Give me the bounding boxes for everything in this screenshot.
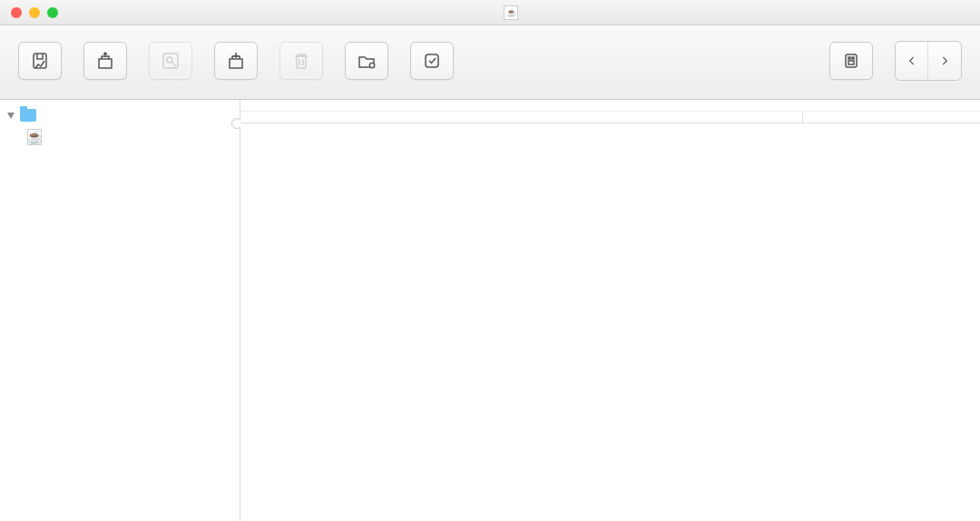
sidebar-item-downloads[interactable] [0,105,240,125]
breadcrumb[interactable] [240,100,980,112]
svg-rect-5 [297,56,306,68]
extract-button[interactable] [203,38,269,87]
disclosure-triangle-icon[interactable] [7,113,15,119]
jar-icon: ☕ [504,5,518,20]
new-folder-button[interactable] [334,38,399,87]
folder-icon [20,109,36,122]
maximize-window-button[interactable] [47,7,58,18]
delete-button [269,38,334,87]
titlebar: ☕ [0,0,980,25]
svg-rect-10 [852,57,854,59]
svg-rect-1 [99,59,112,68]
add-icon [94,50,116,72]
save-icon [29,50,51,72]
svg-rect-7 [426,54,438,67]
goto-group [884,37,973,88]
delete-icon [290,50,312,72]
svg-point-3 [167,57,172,63]
column-date-header[interactable] [803,112,980,123]
column-name-header[interactable] [240,112,803,123]
exec-icon [840,50,862,72]
jar-file-icon: ☕ [27,129,42,145]
nav-back-button[interactable] [896,42,928,80]
view-button [138,38,203,87]
test-icon [421,50,443,72]
minimize-window-button[interactable] [29,7,40,18]
svg-rect-9 [848,57,850,59]
main-panel [240,100,980,521]
save-button[interactable] [7,38,73,87]
new-folder-icon [356,50,377,72]
sidebar-item-vmock-jar[interactable]: ☕ [0,125,240,149]
nav-forward-button[interactable] [928,42,961,80]
extract-icon [225,50,247,72]
toolbar [0,25,980,100]
sidebar: ☕ [0,100,240,521]
close-window-button[interactable] [11,7,22,18]
svg-rect-4 [230,59,242,68]
window-title: ☕ [58,5,969,20]
add-button[interactable] [73,38,138,87]
svg-rect-11 [848,61,854,64]
exec-mode-button[interactable] [818,38,884,87]
columns-header [240,112,980,123]
test-button[interactable] [399,38,465,87]
chevron-right-icon [938,54,951,67]
file-tree [240,123,980,521]
view-icon [160,50,181,72]
chevron-left-icon [906,54,918,67]
traffic-lights [11,7,58,18]
